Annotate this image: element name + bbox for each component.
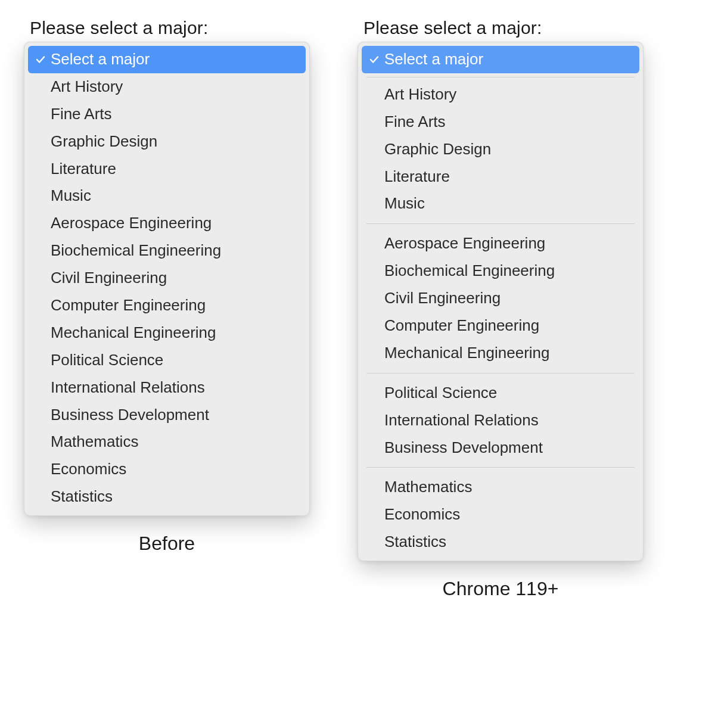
option-selected-placeholder[interactable]: Select a major [362, 46, 639, 73]
option-label: Computer Engineering [51, 297, 297, 315]
option-label: Art History [51, 78, 297, 96]
option-label: Graphic Design [51, 133, 297, 151]
option-item[interactable]: Literature [362, 163, 639, 191]
check-icon [34, 54, 47, 65]
option-item[interactable]: International Relations [28, 374, 306, 402]
option-item[interactable]: Mathematics [362, 474, 639, 501]
option-label: International Relations [51, 379, 297, 397]
option-label: Mathematics [384, 478, 631, 496]
option-label: Political Science [51, 351, 297, 369]
option-label: Biochemical Engineering [51, 242, 297, 260]
option-label: Select a major [51, 51, 297, 69]
option-item[interactable]: Business Development [28, 402, 306, 429]
option-item[interactable]: Computer Engineering [362, 312, 639, 340]
caption-before: Before [24, 533, 310, 555]
option-label: Graphic Design [384, 141, 631, 158]
option-label: Political Science [384, 384, 631, 402]
option-item[interactable]: Computer Engineering [28, 292, 306, 319]
option-label: Literature [384, 168, 631, 186]
option-item[interactable]: Political Science [28, 347, 306, 374]
option-label: Music [384, 195, 631, 213]
prompt-label-after: Please select a major: [363, 18, 644, 38]
option-item[interactable]: Mechanical Engineering [28, 319, 306, 347]
option-item[interactable]: Graphic Design [28, 128, 306, 155]
option-item[interactable]: Aerospace Engineering [28, 210, 306, 237]
option-label: Select a major [384, 51, 631, 69]
group-divider [366, 373, 635, 374]
option-item[interactable]: Art History [28, 73, 306, 101]
comparison-columns: Please select a major: Select a major Ar… [24, 18, 694, 600]
option-item[interactable]: Biochemical Engineering [28, 237, 306, 265]
column-before: Please select a major: Select a major Ar… [24, 18, 310, 555]
option-item[interactable]: Civil Engineering [28, 265, 306, 292]
option-item[interactable]: Economics [28, 456, 306, 483]
option-label: Statistics [384, 533, 631, 551]
option-label: Economics [51, 461, 297, 478]
option-item[interactable]: Mechanical Engineering [362, 340, 639, 367]
option-item[interactable]: Music [28, 182, 306, 210]
option-item[interactable]: Fine Arts [28, 101, 306, 128]
option-item[interactable]: Statistics [28, 483, 306, 511]
group-divider [366, 467, 635, 468]
option-item[interactable]: Literature [28, 155, 306, 183]
option-item[interactable]: Music [362, 190, 639, 217]
option-label: International Relations [384, 412, 631, 430]
option-label: Fine Arts [384, 113, 631, 131]
caption-after: Chrome 119+ [358, 578, 644, 600]
group-divider [366, 223, 635, 224]
option-label: Mechanical Engineering [51, 324, 297, 342]
column-after: Please select a major: Select a major Ar… [358, 18, 644, 600]
option-selected-placeholder[interactable]: Select a major [28, 46, 306, 73]
option-label: Music [51, 187, 297, 205]
option-item[interactable]: Business Development [362, 434, 639, 462]
option-label: Mathematics [51, 433, 297, 451]
option-item[interactable]: Mathematics [28, 428, 306, 456]
option-label: Statistics [51, 488, 297, 506]
option-item[interactable]: Art History [362, 81, 639, 108]
option-label: Mechanical Engineering [384, 344, 631, 362]
option-label: Economics [384, 506, 631, 524]
option-item[interactable]: Political Science [362, 379, 639, 407]
option-label: Aerospace Engineering [384, 235, 631, 253]
select-popup-after: Select a major Art HistoryFine ArtsGraph… [358, 42, 644, 561]
option-item[interactable]: Aerospace Engineering [362, 230, 639, 257]
option-item[interactable]: International Relations [362, 407, 639, 434]
option-label: Aerospace Engineering [51, 214, 297, 232]
option-item[interactable]: Graphic Design [362, 136, 639, 163]
option-label: Business Development [51, 406, 297, 424]
option-item[interactable]: Biochemical Engineering [362, 257, 639, 285]
group-divider [366, 77, 635, 77]
check-icon [368, 54, 381, 65]
prompt-label-before: Please select a major: [30, 18, 310, 38]
option-label: Civil Engineering [384, 290, 631, 307]
select-popup-before: Select a major Art HistoryFine ArtsGraph… [24, 42, 310, 516]
option-label: Biochemical Engineering [384, 262, 631, 280]
option-item[interactable]: Statistics [362, 528, 639, 556]
option-label: Fine Arts [51, 105, 297, 123]
option-label: Literature [51, 160, 297, 178]
option-item[interactable]: Economics [362, 501, 639, 528]
option-label: Business Development [384, 439, 631, 457]
option-item[interactable]: Fine Arts [362, 108, 639, 136]
option-label: Civil Engineering [51, 269, 297, 287]
option-label: Art History [384, 86, 631, 104]
option-label: Computer Engineering [384, 317, 631, 335]
option-item[interactable]: Civil Engineering [362, 285, 639, 312]
